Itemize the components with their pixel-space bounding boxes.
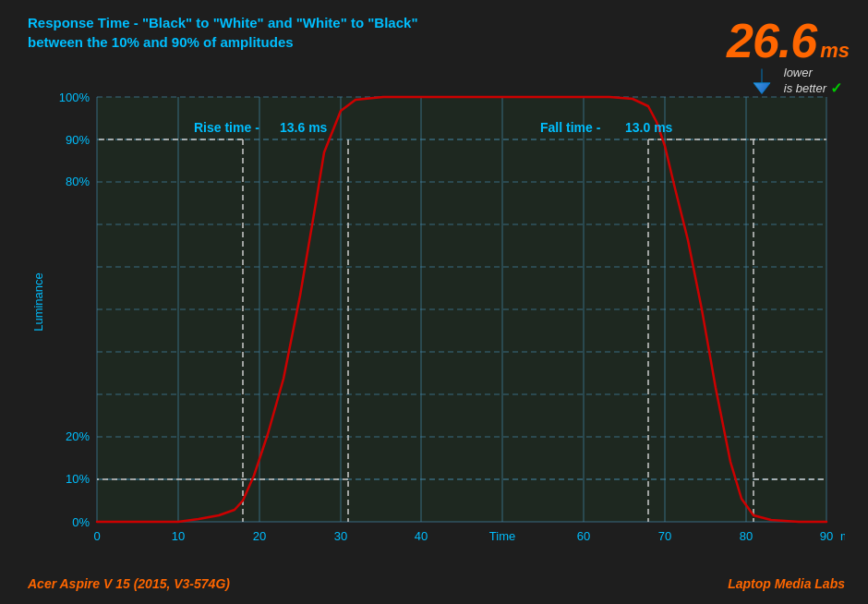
svg-text:90%: 90% <box>66 133 90 147</box>
svg-text:13.0 ms: 13.0 ms <box>625 120 673 135</box>
header: Response Time - "Black" to "White" and "… <box>28 13 850 68</box>
device-name: Acer Aspire V 15 (2015, V3-574G) <box>28 576 230 591</box>
svg-text:0%: 0% <box>72 515 90 529</box>
svg-text:80%: 80% <box>66 175 90 188</box>
svg-text:ms: ms <box>840 529 845 543</box>
svg-text:0: 0 <box>93 529 100 543</box>
svg-text:60: 60 <box>577 529 590 543</box>
response-time-value: 26.6 <box>727 13 816 68</box>
svg-text:10: 10 <box>172 529 185 543</box>
svg-text:20: 20 <box>253 529 266 543</box>
svg-text:70: 70 <box>658 529 671 543</box>
chart-title: Response Time - "Black" to "White" and "… <box>28 13 418 52</box>
svg-text:100%: 100% <box>59 92 90 104</box>
svg-text:40: 40 <box>415 529 428 543</box>
svg-text:80: 80 <box>740 529 753 543</box>
svg-text:Fall time -: Fall time - <box>540 120 601 135</box>
chart-svg: 100% 90% 80% 20% 10% 0% 0 10 20 30 40 Ti… <box>51 92 845 554</box>
response-time-unit: ms <box>820 39 850 63</box>
svg-text:20%: 20% <box>66 429 90 443</box>
svg-text:30: 30 <box>334 529 347 543</box>
y-axis-label: Luminance <box>31 272 45 332</box>
main-container: Response Time - "Black" to "White" and "… <box>0 0 868 604</box>
brand-name: Laptop Media Labs <box>728 576 845 591</box>
svg-text:90: 90 <box>820 529 833 543</box>
svg-text:10%: 10% <box>66 472 90 486</box>
value-display: 26.6 ms <box>727 13 850 68</box>
footer: Acer Aspire V 15 (2015, V3-574G) Laptop … <box>28 576 845 591</box>
svg-text:13.6 ms: 13.6 ms <box>280 120 328 135</box>
svg-text:Time: Time <box>489 529 515 543</box>
svg-text:Rise time -: Rise time - <box>194 120 259 135</box>
